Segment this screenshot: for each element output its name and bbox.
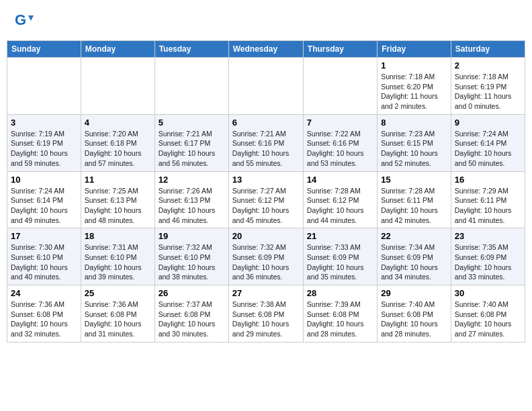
day-info: Sunrise: 7:25 AM Sunset: 6:13 PM Dayligh… [85,186,151,226]
day-number: 24 [11,288,77,298]
calendar-cell: 11Sunrise: 7:25 AM Sunset: 6:13 PM Dayli… [81,171,154,228]
day-number: 19 [159,231,225,241]
calendar-cell: 30Sunrise: 7:40 AM Sunset: 6:08 PM Dayli… [451,285,525,342]
calendar-cell: 22Sunrise: 7:34 AM Sunset: 6:09 PM Dayli… [378,228,451,285]
calendar-cell: 16Sunrise: 7:29 AM Sunset: 6:11 PM Dayli… [451,171,525,228]
day-number: 28 [307,288,373,298]
day-info: Sunrise: 7:18 AM Sunset: 6:19 PM Dayligh… [455,72,521,111]
day-number: 15 [381,175,447,185]
svg-marker-1 [28,15,34,21]
calendar-cell: 14Sunrise: 7:28 AM Sunset: 6:12 PM Dayli… [303,171,377,228]
day-info: Sunrise: 7:38 AM Sunset: 6:08 PM Dayligh… [232,300,300,339]
day-info: Sunrise: 7:36 AM Sunset: 6:08 PM Dayligh… [11,300,77,339]
svg-text:G: G [15,11,26,28]
calendar-cell: 7Sunrise: 7:22 AM Sunset: 6:16 PM Daylig… [303,114,377,171]
day-info: Sunrise: 7:32 AM Sunset: 6:10 PM Dayligh… [159,242,225,282]
day-number: 25 [85,288,151,298]
day-info: Sunrise: 7:29 AM Sunset: 6:11 PM Dayligh… [455,186,521,226]
day-number: 9 [455,118,521,128]
day-info: Sunrise: 7:24 AM Sunset: 6:14 PM Dayligh… [455,129,521,169]
day-info: Sunrise: 7:21 AM Sunset: 6:16 PM Dayligh… [232,129,300,169]
calendar-cell: 1Sunrise: 7:18 AM Sunset: 6:20 PM Daylig… [378,58,451,115]
calendar-cell: 26Sunrise: 7:37 AM Sunset: 6:08 PM Dayli… [154,285,228,342]
calendar-cell: 4Sunrise: 7:20 AM Sunset: 6:18 PM Daylig… [81,114,154,171]
calendar-week-5: 24Sunrise: 7:36 AM Sunset: 6:08 PM Dayli… [7,285,525,342]
day-number: 10 [11,175,77,185]
day-info: Sunrise: 7:39 AM Sunset: 6:08 PM Dayligh… [307,300,373,339]
day-info: Sunrise: 7:21 AM Sunset: 6:17 PM Dayligh… [159,129,225,169]
calendar-cell: 3Sunrise: 7:19 AM Sunset: 6:19 PM Daylig… [7,114,81,171]
calendar-cell [7,58,81,115]
calendar-cell: 18Sunrise: 7:31 AM Sunset: 6:10 PM Dayli… [81,228,154,285]
day-info: Sunrise: 7:37 AM Sunset: 6:08 PM Dayligh… [159,300,225,339]
day-number: 16 [455,175,521,185]
day-number: 18 [85,231,151,241]
calendar-cell: 8Sunrise: 7:23 AM Sunset: 6:15 PM Daylig… [378,114,451,171]
calendar-cell: 17Sunrise: 7:30 AM Sunset: 6:10 PM Dayli… [7,228,81,285]
day-info: Sunrise: 7:28 AM Sunset: 6:11 PM Dayligh… [381,186,447,226]
day-number: 21 [307,231,373,241]
page-header: G [7,7,525,34]
calendar-header-row: SundayMondayTuesdayWednesdayThursdayFrid… [7,41,525,58]
day-info: Sunrise: 7:34 AM Sunset: 6:09 PM Dayligh… [381,242,447,282]
day-info: Sunrise: 7:36 AM Sunset: 6:08 PM Dayligh… [85,300,151,339]
logo-icon: G [13,10,34,30]
calendar-cell: 24Sunrise: 7:36 AM Sunset: 6:08 PM Dayli… [7,285,81,342]
day-info: Sunrise: 7:18 AM Sunset: 6:20 PM Dayligh… [381,72,447,111]
day-number: 27 [232,288,300,298]
day-number: 6 [232,118,300,128]
day-number: 12 [159,175,225,185]
day-info: Sunrise: 7:27 AM Sunset: 6:12 PM Dayligh… [232,186,300,226]
day-info: Sunrise: 7:24 AM Sunset: 6:14 PM Dayligh… [11,186,77,226]
column-header-thursday: Thursday [303,41,377,58]
column-header-tuesday: Tuesday [154,41,228,58]
day-info: Sunrise: 7:20 AM Sunset: 6:18 PM Dayligh… [85,129,151,169]
calendar-cell: 5Sunrise: 7:21 AM Sunset: 6:17 PM Daylig… [154,114,228,171]
day-number: 13 [232,175,300,185]
day-number: 29 [381,288,447,298]
day-number: 4 [85,118,151,128]
day-number: 7 [307,118,373,128]
calendar-cell [154,58,228,115]
column-header-monday: Monday [81,41,154,58]
day-info: Sunrise: 7:22 AM Sunset: 6:16 PM Dayligh… [307,129,373,169]
day-info: Sunrise: 7:40 AM Sunset: 6:08 PM Dayligh… [381,300,447,339]
calendar-cell [81,58,154,115]
day-info: Sunrise: 7:19 AM Sunset: 6:19 PM Dayligh… [11,129,77,169]
calendar-cell: 29Sunrise: 7:40 AM Sunset: 6:08 PM Dayli… [378,285,451,342]
day-number: 30 [455,288,521,298]
day-info: Sunrise: 7:28 AM Sunset: 6:12 PM Dayligh… [307,186,373,226]
calendar-week-1: 1Sunrise: 7:18 AM Sunset: 6:20 PM Daylig… [7,58,525,115]
column-header-friday: Friday [378,41,451,58]
day-info: Sunrise: 7:31 AM Sunset: 6:10 PM Dayligh… [85,242,151,282]
calendar-cell: 28Sunrise: 7:39 AM Sunset: 6:08 PM Dayli… [303,285,377,342]
calendar-week-2: 3Sunrise: 7:19 AM Sunset: 6:19 PM Daylig… [7,114,525,171]
day-number: 1 [381,60,447,71]
calendar-cell: 20Sunrise: 7:32 AM Sunset: 6:09 PM Dayli… [228,228,303,285]
day-number: 8 [381,118,447,128]
calendar-cell: 6Sunrise: 7:21 AM Sunset: 6:16 PM Daylig… [228,114,303,171]
calendar-cell: 13Sunrise: 7:27 AM Sunset: 6:12 PM Dayli… [228,171,303,228]
logo: G [13,10,35,30]
day-number: 14 [307,175,373,185]
calendar-week-4: 17Sunrise: 7:30 AM Sunset: 6:10 PM Dayli… [7,228,525,285]
calendar-cell: 2Sunrise: 7:18 AM Sunset: 6:19 PM Daylig… [451,58,525,115]
column-header-sunday: Sunday [7,41,81,58]
day-number: 22 [381,231,447,241]
day-info: Sunrise: 7:40 AM Sunset: 6:08 PM Dayligh… [455,300,521,339]
column-header-saturday: Saturday [451,41,525,58]
day-number: 20 [232,231,300,241]
calendar-cell: 23Sunrise: 7:35 AM Sunset: 6:09 PM Dayli… [451,228,525,285]
calendar-cell: 27Sunrise: 7:38 AM Sunset: 6:08 PM Dayli… [228,285,303,342]
day-info: Sunrise: 7:35 AM Sunset: 6:09 PM Dayligh… [455,242,521,282]
day-info: Sunrise: 7:23 AM Sunset: 6:15 PM Dayligh… [381,129,447,169]
day-number: 23 [455,231,521,241]
day-info: Sunrise: 7:26 AM Sunset: 6:13 PM Dayligh… [159,186,225,226]
day-info: Sunrise: 7:33 AM Sunset: 6:09 PM Dayligh… [307,242,373,282]
column-header-wednesday: Wednesday [228,41,303,58]
day-number: 11 [85,175,151,185]
calendar-cell: 9Sunrise: 7:24 AM Sunset: 6:14 PM Daylig… [451,114,525,171]
calendar-cell: 19Sunrise: 7:32 AM Sunset: 6:10 PM Dayli… [154,228,228,285]
day-number: 17 [11,231,77,241]
calendar-week-3: 10Sunrise: 7:24 AM Sunset: 6:14 PM Dayli… [7,171,525,228]
